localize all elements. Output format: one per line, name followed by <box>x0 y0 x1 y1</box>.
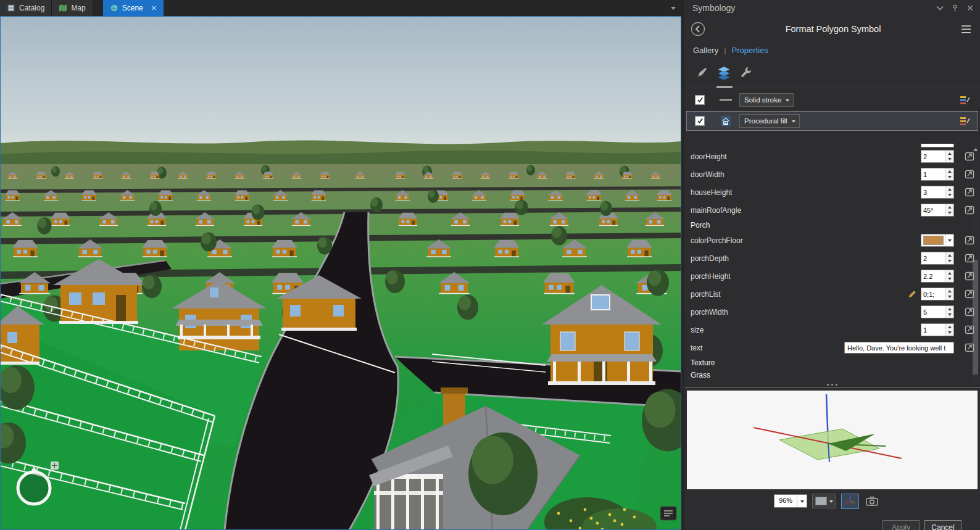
scene-view <box>0 16 681 530</box>
param-value[interactable] <box>921 204 945 216</box>
param-value[interactable] <box>921 186 945 198</box>
edit-list-icon[interactable] <box>907 290 918 299</box>
spin-up-button[interactable] <box>945 306 953 312</box>
wrench-icon <box>740 67 752 79</box>
layer-units-icon[interactable] <box>960 95 971 105</box>
back-button[interactable] <box>691 22 705 36</box>
layer-type-label: Procedural fill <box>744 117 787 125</box>
view-area: Catalog Map Scene ✕ <box>0 0 681 530</box>
param-value[interactable] <box>921 306 945 318</box>
cancel-button[interactable]: Cancel <box>924 520 961 530</box>
spin-up-button[interactable] <box>945 204 953 210</box>
pane-splitter[interactable] <box>684 382 980 387</box>
tab-catalog[interactable]: Catalog <box>0 0 52 16</box>
spinner-buttons <box>945 306 953 318</box>
tab-properties[interactable]: Properties <box>732 46 768 55</box>
spin-up-button[interactable] <box>945 186 953 193</box>
spin-up-button[interactable] <box>945 252 953 259</box>
param-group-porch: Porch <box>684 219 980 231</box>
param-value[interactable] <box>921 324 945 336</box>
symbol-preview[interactable] <box>687 391 978 489</box>
field-mapping-icon[interactable] <box>964 289 975 299</box>
spin-up-button[interactable] <box>945 151 953 157</box>
mini-navigator[interactable] <box>51 462 59 470</box>
param-input-househeight[interactable] <box>921 186 954 199</box>
param-input-mainroofangle[interactable] <box>921 204 954 217</box>
scene-3d-viewport[interactable] <box>0 16 681 530</box>
color-picker-colorporchfloor[interactable] <box>921 234 954 247</box>
spin-up-button[interactable] <box>945 288 953 294</box>
param-input-porchheight[interactable] <box>921 270 954 283</box>
layer-visibility-checkbox[interactable] <box>695 116 705 126</box>
field-mapping-icon[interactable] <box>964 254 975 263</box>
layer-visibility-checkbox[interactable] <box>695 95 705 105</box>
param-value[interactable] <box>921 288 945 300</box>
pane-menu-chevron-icon[interactable] <box>936 6 944 11</box>
spin-down-button[interactable] <box>945 294 953 300</box>
param-input-porchdepth[interactable] <box>921 252 954 265</box>
spin-up-button[interactable] <box>945 168 953 175</box>
spin-down-button[interactable] <box>945 330 953 336</box>
spin-down-button[interactable] <box>945 276 953 283</box>
symbol-layer-row-procedural[interactable]: Procedural fill <box>686 111 978 131</box>
param-input-porchwidth[interactable] <box>921 305 954 318</box>
param-value[interactable] <box>921 168 945 180</box>
catalog-icon <box>7 4 15 12</box>
apply-button[interactable]: Apply <box>882 520 920 530</box>
map-icon <box>59 4 67 12</box>
field-mapping-icon[interactable] <box>964 307 975 317</box>
field-mapping-icon[interactable] <box>964 343 975 352</box>
param-input-text[interactable] <box>844 342 954 354</box>
symbol-layer-row-stroke[interactable]: Solid stroke <box>686 92 978 108</box>
zoom-value: 96% <box>774 495 797 507</box>
spin-down-button[interactable] <box>945 210 953 217</box>
param-input-doorheight[interactable] <box>921 150 954 163</box>
preview-background-dropdown[interactable] <box>812 494 836 508</box>
spin-down-button[interactable] <box>945 193 953 199</box>
spinner-buttons <box>945 168 953 180</box>
param-input-size[interactable] <box>921 323 954 336</box>
tab-map[interactable]: Map <box>52 0 93 16</box>
param-value[interactable] <box>921 252 945 264</box>
field-mapping-icon[interactable] <box>964 170 975 179</box>
tab-symbol-layers[interactable] <box>716 65 731 80</box>
field-mapping-icon[interactable] <box>964 205 975 215</box>
layer-units-icon[interactable] <box>960 116 971 126</box>
spinner-buttons <box>945 151 953 162</box>
param-input-porchlist[interactable] <box>921 288 954 300</box>
preview-3d-toggle-button[interactable] <box>841 494 859 509</box>
field-mapping-icon[interactable] <box>964 236 975 245</box>
scene-icon <box>110 4 118 12</box>
param-value[interactable] <box>921 151 945 162</box>
tab-symbol-brush[interactable] <box>694 65 709 80</box>
param-input-doorwidth[interactable] <box>921 168 954 181</box>
field-mapping-icon[interactable] <box>964 325 975 334</box>
zoom-dropdown[interactable]: 96% <box>774 494 807 508</box>
pane-options-menu-icon[interactable] <box>961 25 971 34</box>
layer-type-dropdown[interactable]: Procedural fill <box>739 114 800 128</box>
spin-down-button[interactable] <box>945 312 953 318</box>
field-mapping-icon[interactable] <box>964 271 975 281</box>
tab-scene[interactable]: Scene ✕ <box>103 0 164 16</box>
layer-type-dropdown[interactable]: Solid stroke <box>739 93 794 107</box>
tab-gallery[interactable]: Gallery <box>693 46 718 55</box>
param-value[interactable] <box>921 270 945 282</box>
symbology-pane: Symbology Format Polygon Symbol Gallery … <box>684 0 980 530</box>
field-mapping-icon[interactable] <box>964 188 975 197</box>
close-pane-icon[interactable] <box>966 4 974 12</box>
spin-up-button[interactable] <box>945 270 953 276</box>
param-row-porchdepth: porchDepth <box>684 249 980 267</box>
tab-symbol-structure[interactable] <box>739 65 754 80</box>
pin-icon[interactable] <box>951 4 959 12</box>
scene-message-icon[interactable] <box>660 507 676 520</box>
spin-up-button[interactable] <box>945 324 953 330</box>
color-swatch <box>923 236 944 245</box>
close-tab-icon[interactable]: ✕ <box>151 5 157 12</box>
procedural-thumbnail <box>718 115 733 126</box>
field-mapping-icon[interactable] <box>964 152 975 161</box>
spin-down-button[interactable] <box>945 157 953 163</box>
spin-down-button[interactable] <box>945 175 953 181</box>
spin-down-button[interactable] <box>945 259 953 265</box>
tab-list-chevron-icon[interactable] <box>671 7 676 12</box>
snapshot-button[interactable] <box>864 494 880 508</box>
